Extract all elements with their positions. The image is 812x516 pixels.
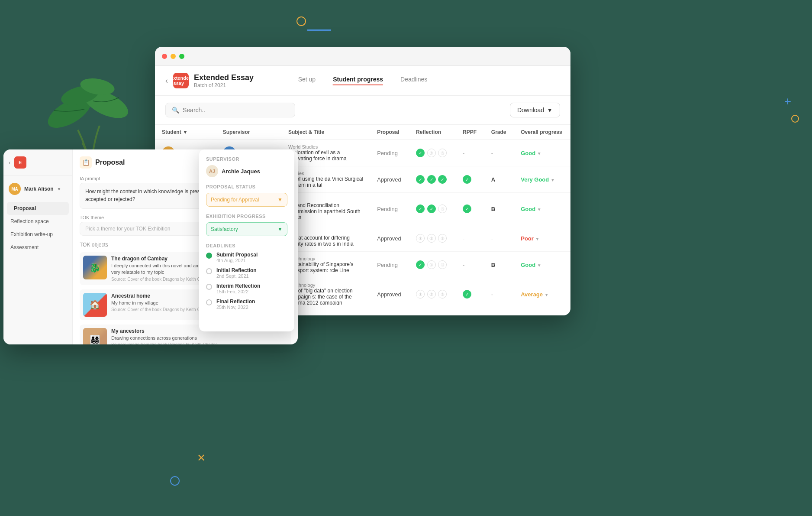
app-title: Extended Essay	[194, 73, 254, 82]
browser-titlebar	[155, 47, 570, 66]
user-section[interactable]: MA Mark Alison ▼	[3, 179, 72, 198]
reflection-cell: ✓ ② ③	[409, 140, 456, 166]
chevron-down-icon: ▼	[57, 187, 61, 191]
rppf-cell: ✓	[456, 278, 484, 305]
reflection-check-2: ②	[427, 260, 436, 269]
sidebar-item-proposal[interactable]: Proposal	[7, 202, 69, 215]
user-name: Mark Alison	[24, 186, 54, 192]
bg-circle-right-decoration	[791, 115, 799, 123]
deadline-item-4: Final Reflection 25th Nov, 2022	[206, 299, 287, 310]
row-expand-icon[interactable]: ▼	[551, 178, 555, 182]
tok-objects-label: TOK objects	[80, 242, 108, 248]
traffic-light-red[interactable]	[162, 54, 167, 59]
object-image-people: 👨‍👩‍👧‍👦	[83, 328, 107, 344]
deadline-dot-4	[206, 299, 212, 305]
traffic-light-green[interactable]	[179, 54, 184, 59]
deadlines-section: Deadlines Submit Proposal 4th Aug, 2021 …	[206, 243, 287, 310]
reflection-cell: ① ② ③	[409, 225, 456, 252]
row-expand-icon[interactable]: ▼	[537, 151, 541, 156]
exhibition-progress-dropdown[interactable]: Satisfactory ▼	[206, 222, 287, 236]
supervisor-section: Supervisor AJ Archie Jaques	[206, 156, 287, 177]
reflection-check-2: ②	[427, 149, 436, 157]
deadline-dot-1	[206, 253, 212, 259]
tab-deadlines[interactable]: Deadlines	[400, 76, 427, 85]
bg-plus-decoration: +	[784, 95, 791, 107]
reflection-check-3: ✓	[438, 175, 447, 184]
supervisor-name: Archie Jaques	[222, 168, 260, 175]
sidebar: ‹ E MA Mark Alison ▼ Proposal Reflection…	[3, 149, 73, 344]
sidebar-logo: ‹ E	[3, 156, 72, 176]
rppf-cell: -	[456, 225, 484, 252]
overall-cell: Good ▼	[514, 193, 570, 225]
grade-cell: B	[484, 193, 514, 225]
sidebar-back-button[interactable]: ‹	[9, 159, 11, 166]
supervisor-label: Supervisor	[206, 156, 287, 162]
user-avatar: MA	[9, 183, 21, 195]
object-image-house: 🏠	[83, 293, 107, 317]
deadline-item-1: Submit Proposal 4th Aug, 2021	[206, 252, 287, 263]
toolbar: 🔍 Download ▼	[155, 96, 570, 125]
dropdown-chevron-icon: ▼	[277, 197, 283, 203]
reflection-check-3: ③	[438, 204, 447, 213]
reflection-check-1: ✓	[416, 175, 425, 184]
deadline-info-3: Interim Reflection 15th Feb, 2022	[216, 283, 260, 294]
reflection-cell: ① ② ③	[409, 278, 456, 305]
proposal-icon: 📋	[80, 156, 92, 169]
reflection-check-1: ①	[416, 290, 425, 299]
deadline-title-4: Final Reflection	[216, 299, 255, 305]
col-proposal: Proposal	[370, 125, 409, 140]
sidebar-item-exhibition-writeup[interactable]: Exhibition write-up	[3, 228, 72, 241]
download-chevron-icon: ▼	[547, 107, 553, 114]
tab-setup[interactable]: Set up	[298, 76, 316, 85]
rppf-cell: -	[456, 140, 484, 166]
bg-x-decoration: ✕	[197, 452, 206, 464]
exhibition-progress-section: Exhibition progress Satisfactory ▼	[206, 214, 287, 236]
deadline-date-4: 25th Nov, 2022	[216, 305, 255, 310]
back-button[interactable]: ‹	[165, 76, 168, 85]
proposal-cell: Approved	[370, 225, 409, 252]
traffic-light-yellow[interactable]	[171, 54, 176, 59]
overall-cell: Very Good ▼	[514, 166, 570, 193]
row-expand-icon[interactable]: ▼	[545, 292, 549, 297]
object-source-3: Source: Image from the book Dragons by K…	[111, 342, 287, 344]
deadline-info-2: Initial Reflection 2nd Sept, 2021	[216, 267, 257, 279]
reflection-check-3: ③	[438, 149, 447, 157]
supervisor-avatar: AJ	[206, 165, 218, 177]
tab-student-progress[interactable]: Student progress	[333, 76, 383, 85]
reflection-check-1: ✓	[416, 204, 425, 213]
overall-cell: Average ▼	[514, 278, 570, 305]
proposal-cell: Pending	[370, 252, 409, 278]
row-expand-icon[interactable]: ▼	[537, 207, 541, 212]
deadline-dot-2	[206, 268, 212, 274]
download-button[interactable]: Download ▼	[510, 103, 560, 117]
row-expand-icon[interactable]: ▼	[535, 237, 539, 241]
reflection-cell: ✓ ② ③	[409, 252, 456, 278]
sidebar-item-assessment[interactable]: Assessment	[3, 241, 72, 254]
rppf-cell: ✓	[456, 193, 484, 225]
search-box[interactable]: 🔍	[165, 103, 295, 117]
bg-circle-bottom-decoration	[170, 476, 180, 486]
deadline-title-1: Submit Proposal	[216, 252, 258, 258]
table-header-row: Student ▼ Supervisor Subject & Title Pro…	[155, 125, 570, 140]
rppf-check: ✓	[463, 204, 471, 213]
search-input[interactable]	[183, 107, 289, 114]
proposal-status-dropdown[interactable]: Pending for Approval ▼	[206, 193, 287, 207]
rppf-check: ✓	[463, 290, 471, 299]
proposal-cell: Approved	[370, 278, 409, 305]
deadline-title-2: Initial Reflection	[216, 267, 257, 273]
grade-cell: -	[484, 225, 514, 252]
col-supervisor: Supervisor	[216, 125, 281, 140]
row-expand-icon[interactable]: ▼	[537, 263, 541, 268]
app-header: ‹ Extended Essay Extended Essay Batch of…	[155, 66, 570, 96]
overall-cell: Poor ▼	[514, 225, 570, 252]
download-label: Download	[517, 107, 544, 114]
reflection-check-2: ✓	[427, 204, 436, 213]
reflection-check-3: ③	[438, 290, 447, 299]
sidebar-item-reflection-space[interactable]: Reflection space	[3, 215, 72, 228]
deadline-date-1: 4th Aug, 2021	[216, 258, 258, 263]
grade-cell: A	[484, 166, 514, 193]
col-grade: Grade	[484, 125, 514, 140]
proposal-cell: Approved	[370, 166, 409, 193]
sidebar-app-icon: E	[14, 156, 26, 169]
deadline-info-1: Submit Proposal 4th Aug, 2021	[216, 252, 258, 263]
